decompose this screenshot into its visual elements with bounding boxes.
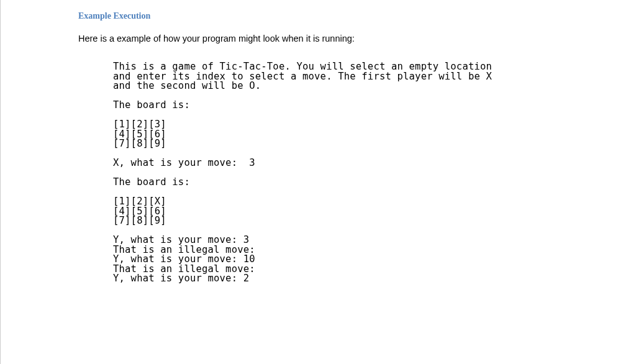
section-heading: Example Execution (78, 11, 611, 21)
example-execution-code: This is a game of Tic-Tac-Toe. You will … (78, 62, 611, 284)
intro-paragraph: Here is a example of how your program mi… (78, 34, 611, 43)
document-content: Example Execution Here is a example of h… (1, 11, 636, 284)
